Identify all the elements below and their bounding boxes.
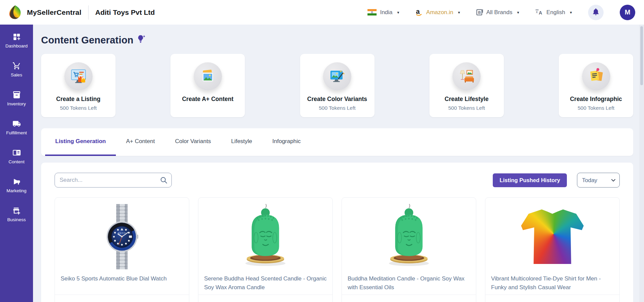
sidebar-item-sales[interactable]: Sales (0, 60, 33, 77)
bell-icon (592, 8, 600, 17)
listing-generation-panel: Listing Pushed History Today SEIKO (41, 163, 633, 302)
tab-listing-generation[interactable]: Listing Generation (45, 128, 116, 156)
action-card-label: Create Lifestyle (445, 96, 488, 103)
sidebar-item-dashboard[interactable]: Dashboard (0, 31, 33, 48)
lifestyle-icon (452, 62, 481, 91)
infographic-icon (582, 62, 610, 91)
content-icon (12, 148, 21, 157)
action-card-create-infographic[interactable]: Create Infographic 500 Tokens Left (559, 54, 633, 117)
sidebar-nav: Dashboard Sales Inventory Fulfillment Co… (0, 31, 33, 233)
vertical-scrollbar[interactable] (639, 25, 644, 302)
action-card-label: Create Color Variants (307, 96, 367, 103)
sidebar-item-inventory[interactable]: Inventory (0, 89, 33, 106)
svg-text:B: B (478, 10, 481, 14)
main-content: Content Generation Create a Listing 500 … (33, 25, 644, 302)
company-name: Aditi Toys Pvt Ltd (95, 8, 155, 16)
listing-pushed-history-button[interactable]: Listing Pushed History (493, 173, 567, 187)
card-divider (55, 295, 189, 295)
marketplace-dropdown[interactable]: a Amazon.in ▾ (415, 8, 460, 17)
svg-text:x: x (536, 10, 538, 14)
search-box (55, 173, 172, 188)
chevron-down-icon: ▾ (570, 10, 572, 15)
tab-color-variants[interactable]: Color Variants (165, 128, 221, 156)
search-icon (160, 176, 168, 186)
tokens-left-label: 500 Tokens Left (319, 105, 355, 111)
brands-label: All Brands (486, 9, 512, 16)
chevron-down-icon: ▾ (458, 10, 460, 15)
product-title: Serene Buddha Head Scented Candle - Orga… (204, 274, 327, 292)
language-dropdown[interactable]: xA English ▾ (535, 9, 572, 16)
tabs-bar: Listing Generation A+ Content Color Vari… (41, 128, 633, 156)
card-divider (342, 295, 476, 295)
aplus-icon (194, 62, 222, 91)
avatar-initial: M (625, 8, 631, 16)
storefront-icon (12, 206, 21, 215)
watch-product-image: SEIKO (55, 198, 189, 269)
tab-lifestyle[interactable]: Lifestyle (221, 128, 262, 156)
tokens-left-label: 500 Tokens Left (448, 105, 485, 111)
date-filter: Today (577, 173, 620, 188)
product-title: Vibrant Multicolored Tie-Dye Shirt for M… (491, 274, 614, 292)
notifications-button[interactable] (588, 5, 604, 20)
action-card-create-a-content[interactable]: Create A+ Content (170, 54, 245, 117)
sidebar: Dashboard Sales Inventory Fulfillment Co… (0, 25, 33, 302)
marketplace-label: Amazon.in (426, 9, 453, 16)
action-card-create-a-listing[interactable]: Create a Listing 500 Tokens Left (41, 54, 116, 117)
page-title: Content Generation (41, 35, 133, 46)
brands-dropdown[interactable]: B All Brands ▾ (476, 9, 519, 16)
cart-icon (12, 62, 21, 70)
scrollbar-thumb[interactable] (640, 26, 643, 85)
header-divider (88, 5, 89, 20)
product-card[interactable]: SEIKO Seiko 5 Sports Automatic Blue Dial… (55, 197, 189, 302)
sidebar-item-business[interactable]: Business (0, 204, 33, 222)
chevron-down-icon: ▾ (517, 10, 519, 15)
top-bar: MySellerCentral Aditi Toys Pvt Ltd India… (0, 0, 644, 25)
megaphone-icon (12, 177, 21, 186)
product-card[interactable]: Buddha Meditation Candle - Organic Soy W… (342, 197, 476, 302)
product-title: Buddha Meditation Candle - Organic Soy W… (348, 274, 470, 292)
variants-icon (323, 62, 351, 91)
svg-text:a: a (416, 8, 420, 15)
action-cards-row: Create a Listing 500 Tokens Left Create … (41, 54, 633, 117)
date-filter-select[interactable]: Today (577, 173, 620, 188)
action-card-label: Create a Listing (56, 96, 100, 103)
card-divider (485, 295, 619, 295)
sidebar-item-content[interactable]: Content (0, 146, 33, 164)
india-flag-icon (367, 9, 377, 15)
header-controls: India ▾ a Amazon.in ▾ B All Brands ▾ xA … (367, 5, 635, 20)
listing-icon (64, 62, 93, 91)
inventory-icon (12, 91, 21, 99)
card-divider (198, 295, 332, 295)
language-label: English (546, 9, 565, 16)
svg-text:A: A (539, 10, 542, 15)
brand-badge-icon: B (476, 9, 483, 16)
action-card-create-lifestyle[interactable]: Create Lifestyle 500 Tokens Left (429, 54, 504, 117)
translate-icon: xA (535, 9, 543, 16)
brand-name: MySellerCentral (27, 8, 82, 16)
bulb-sparkle-icon (137, 34, 146, 43)
amazon-icon: a (415, 8, 423, 17)
action-card-create-color-variants[interactable]: Create Color Variants 500 Tokens Left (300, 54, 375, 117)
sidebar-item-fulfillment[interactable]: Fulfillment (0, 118, 33, 135)
product-card[interactable]: Serene Buddha Head Scented Candle - Orga… (198, 197, 333, 302)
country-dropdown[interactable]: India ▾ (367, 9, 399, 16)
toolbar: Listing Pushed History Today (55, 173, 620, 188)
buddha-product-image (342, 198, 476, 269)
svg-text:SEIKO: SEIKO (118, 232, 126, 234)
country-label: India (380, 9, 392, 16)
user-avatar[interactable]: M (620, 5, 635, 20)
tokens-left-label: 500 Tokens Left (60, 105, 97, 111)
product-card[interactable]: Vibrant Multicolored Tie-Dye Shirt for M… (485, 197, 620, 302)
tab-a-content[interactable]: A+ Content (116, 128, 165, 156)
truck-icon (12, 120, 21, 128)
buddha-product-image (198, 198, 332, 269)
sidebar-item-marketing[interactable]: Marketing (0, 175, 33, 193)
tab-infographic[interactable]: Infographic (262, 128, 311, 156)
tokens-left-label: 500 Tokens Left (578, 105, 614, 111)
tiedye-product-image (485, 198, 619, 269)
search-input[interactable] (55, 173, 172, 188)
action-card-label: Create Infographic (570, 96, 622, 103)
chevron-down-icon: ▾ (397, 10, 399, 15)
app-logo (7, 5, 23, 20)
dashboard-icon (12, 33, 21, 41)
